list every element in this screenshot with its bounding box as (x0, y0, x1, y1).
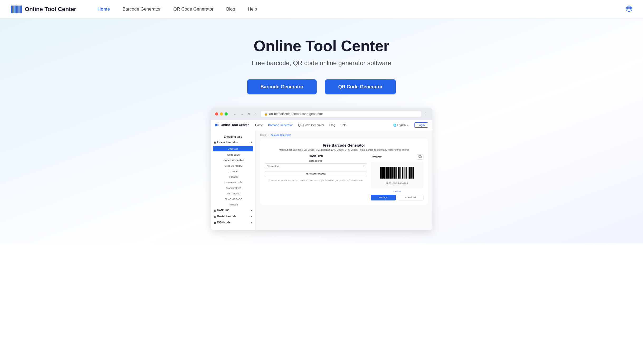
logo-icon (11, 3, 22, 15)
sidebar-item-telepen[interactable]: Telepen (211, 202, 255, 207)
svg-rect-56 (413, 167, 414, 179)
home-icon: ⌂ (253, 111, 258, 117)
svg-rect-36 (393, 167, 394, 179)
barcode-value-input[interactable]: 202310302898723 (265, 171, 367, 177)
hero-buttons: Barcode Generator QR Code Generator (11, 79, 632, 94)
svg-rect-24 (381, 167, 382, 179)
sidebar-item-interleaved[interactable]: Interleaved2of5 (211, 180, 255, 185)
svg-rect-3 (15, 6, 16, 13)
browser-nav-buttons: ← → ↻ ⌂ (232, 111, 258, 117)
language-selector[interactable]: 🌐 English ▾ (393, 124, 408, 127)
svg-rect-14 (215, 124, 216, 126)
login-button[interactable]: Login (414, 122, 428, 128)
sidebar-item-code128[interactable]: Code 128 (213, 146, 253, 151)
svg-rect-22 (419, 155, 421, 157)
svg-rect-27 (384, 167, 385, 179)
sidebar-item-codabar[interactable]: Codabar (211, 174, 255, 180)
barcode-number: 20231030 2898723 (386, 182, 408, 184)
isbn-section[interactable]: ▣ ISBN code ∨ (211, 219, 255, 226)
encoding-type-label: Encoding type (211, 133, 255, 139)
logo-text: Online Tool Center (25, 6, 76, 13)
settings-button[interactable]: Settings (371, 195, 396, 200)
svg-rect-0 (11, 6, 12, 13)
lock-icon: 🔒 (264, 112, 268, 116)
svg-rect-44 (401, 167, 401, 179)
svg-rect-37 (394, 167, 395, 179)
nav-blog[interactable]: Blog (226, 7, 235, 12)
sidebar-item-pharmacade[interactable]: PHARMACADE (211, 196, 255, 202)
svg-rect-45 (402, 167, 403, 179)
svg-rect-8 (21, 6, 22, 13)
sidebar-item-code39mod43[interactable]: Code 39-Mod43 (211, 163, 255, 169)
barcode-generator-button[interactable]: Barcode Generator (247, 79, 317, 94)
download-button[interactable]: Download (398, 195, 423, 200)
character-note: Character: CODE128 supports all 128 ASCI… (265, 179, 367, 181)
nav-qr-code-generator[interactable]: QR Code Generator (173, 7, 213, 12)
inner-nav-help[interactable]: Help (340, 123, 346, 127)
ean-upc-section[interactable]: ▥ EAN/UPC ∨ (211, 207, 255, 213)
svg-rect-53 (410, 167, 411, 179)
barcode-image (379, 165, 416, 181)
breadcrumb: Home › Barcode Generator (260, 134, 428, 136)
inner-nav-qr[interactable]: QR Code Generator (298, 123, 324, 127)
expand-icon-3: ∨ (250, 221, 252, 224)
dot-red (215, 112, 218, 116)
svg-rect-32 (389, 167, 390, 179)
preview-header: Preview (371, 154, 423, 160)
data-source-select[interactable]: Normal text ▾ (265, 163, 367, 169)
sidebar-item-code93[interactable]: Code 93 (211, 169, 255, 174)
linear-barcodes-section[interactable]: ▦ Linear barcodes ∧ (211, 139, 255, 145)
language-globe-icon[interactable] (626, 5, 632, 13)
svg-rect-28 (385, 167, 385, 179)
copy-button[interactable] (417, 154, 423, 160)
sidebar-item-code39extended[interactable]: Code 39Extended (211, 157, 255, 163)
inner-site-header: Online Tool Center Home Barcode Generato… (211, 120, 432, 130)
svg-rect-17 (217, 124, 217, 126)
qr-code-generator-button[interactable]: QR Code Generator (325, 79, 396, 94)
svg-rect-54 (411, 167, 412, 179)
expand-icon-2: ∨ (250, 215, 252, 218)
main-panel: Home › Barcode Generator Free Barcode Ge… (256, 130, 432, 230)
breadcrumb-home[interactable]: Home (260, 134, 267, 136)
svg-rect-19 (218, 124, 218, 126)
hero-section: Online Tool Center Free barcode, QR code… (0, 18, 643, 243)
inner-logo-text: Online Tool Center (221, 123, 249, 127)
content-panel: Free Barcode Generator Make Linear Barco… (260, 139, 428, 205)
nav-home[interactable]: Home (97, 7, 110, 12)
browser-menu-icon[interactable]: ⋮ (423, 111, 428, 117)
browser-inner-content: Online Tool Center Home Barcode Generato… (211, 120, 432, 230)
svg-rect-51 (408, 167, 408, 179)
sidebar-item-code128c[interactable]: Code 128C (211, 152, 255, 157)
inner-nav-barcode[interactable]: Barcode Generator (268, 123, 293, 127)
back-icon: ← (232, 111, 238, 117)
svg-rect-25 (382, 167, 383, 179)
svg-rect-34 (391, 167, 392, 179)
svg-rect-35 (392, 167, 393, 179)
nav-help[interactable]: Help (248, 7, 257, 12)
hero-title: Online Tool Center (11, 37, 632, 55)
postal-section[interactable]: ▤ Postal barcode ∨ (211, 213, 255, 219)
nav-barcode-generator[interactable]: Barcode Generator (122, 7, 161, 12)
inner-logo: Online Tool Center (215, 123, 249, 127)
sidebar-item-standard2of5[interactable]: Standard2of5 (211, 185, 255, 191)
svg-rect-48 (405, 167, 406, 179)
svg-rect-49 (406, 167, 407, 179)
inner-nav-blog[interactable]: Blog (329, 123, 335, 127)
barcode-preview: 20231030 2898723 (371, 162, 423, 188)
svg-rect-7 (20, 6, 21, 13)
reset-link[interactable]: ○ Reset (371, 190, 423, 193)
sidebar-item-msl[interactable]: MSL-Mod10 (211, 191, 255, 196)
inner-nav: Home Barcode Generator QR Code Generator… (255, 123, 387, 127)
ean-icon: ▥ (214, 209, 216, 212)
copy-icon (418, 155, 422, 158)
svg-rect-38 (395, 167, 396, 179)
inner-nav-home[interactable]: Home (255, 123, 263, 127)
logo[interactable]: Online Tool Center (11, 3, 76, 15)
svg-rect-41 (398, 167, 399, 179)
address-bar[interactable]: 🔒 onlinetoolcenter/en/barcode-generator (261, 111, 421, 117)
isbn-icon: ▣ (214, 221, 216, 224)
collapse-icon: ∧ (250, 141, 252, 144)
browser-content-area: Encoding type ▦ Linear barcodes ∧ Code 1… (211, 130, 432, 230)
breadcrumb-separator: › (268, 134, 269, 136)
svg-rect-23 (380, 167, 381, 179)
